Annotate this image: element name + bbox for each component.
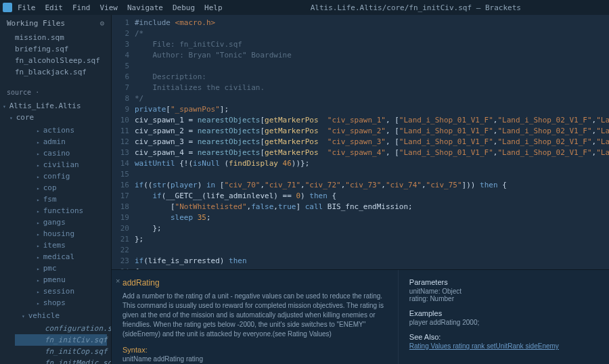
menu-edit[interactable]: Edit — [45, 3, 64, 12]
tree-folder[interactable]: housing — [15, 228, 107, 240]
doc-description: Add a number to the rating of a unit - n… — [122, 292, 387, 339]
line-gutter: 1234567891011121314151617181920212223242… — [112, 15, 135, 269]
tree-folder[interactable]: items — [15, 240, 107, 251]
code-content[interactable]: #include <macro.h>/* File: fn_initCiv.sq… — [135, 15, 609, 269]
tree-folder[interactable]: medical — [15, 251, 107, 263]
working-file[interactable]: briefing.sqf — [0, 43, 111, 55]
tree-file[interactable]: fn_initCiv.sqf — [15, 334, 107, 346]
params-label: Parameters — [409, 278, 598, 286]
tree-folder[interactable]: fsm — [15, 194, 107, 205]
app-icon — [3, 3, 12, 12]
menu-find[interactable]: Find — [72, 3, 91, 12]
titlebar: File Edit Find View Navigate Debug Help … — [0, 0, 609, 15]
tree-folder[interactable]: config — [15, 170, 107, 182]
tree-file[interactable]: configuration.sqf — [15, 323, 107, 334]
menu-file[interactable]: File — [18, 3, 36, 12]
doc-title: addRating — [122, 278, 387, 288]
param-row: unitName: Object rating: Number — [409, 288, 598, 302]
gear-icon[interactable]: ⚙ — [99, 19, 104, 28]
sidebar: Working Files ⚙ mission.sqmbriefing.sqff… — [0, 15, 112, 364]
tree-folder[interactable]: pmenu — [15, 274, 107, 286]
tree-folder[interactable]: gangs — [15, 217, 107, 228]
tree-folder[interactable]: civilian — [15, 159, 107, 170]
tree-folder[interactable]: admin — [15, 136, 107, 147]
tree-root[interactable]: Altis_Life.Altis — [0, 100, 111, 112]
working-file[interactable]: fn_alcoholSleep.sqf — [0, 55, 111, 66]
source-label: source · — [0, 85, 111, 100]
tree-folder[interactable]: functions — [15, 205, 107, 217]
examples-label: Examples — [409, 309, 598, 317]
seealso-links[interactable]: Rating Values rating rank setUnitRank si… — [409, 342, 598, 350]
tree-file[interactable]: fn_initMedic.sqf — [15, 357, 107, 364]
syntax-label: Syntax: — [122, 346, 387, 354]
window-title: Altis.Life.Altis/core/fn_initCiv.sqf — B… — [223, 3, 609, 12]
tree-core[interactable]: core — [0, 112, 111, 123]
tree-folder[interactable]: pmc — [15, 263, 107, 274]
tree-file[interactable]: fn_initCop.sqf — [15, 346, 107, 357]
menu-debug[interactable]: Debug — [173, 3, 195, 12]
tree-folder[interactable]: casino — [15, 147, 107, 159]
code-editor[interactable]: 1234567891011121314151617181920212223242… — [112, 15, 609, 269]
working-files-label: Working Files — [7, 19, 65, 28]
working-file[interactable]: mission.sqm — [0, 32, 111, 43]
working-file[interactable]: fn_blackjack.sqf — [0, 66, 111, 78]
syntax-line: unitName addRating rating — [122, 355, 387, 363]
tree-folder[interactable]: session — [15, 286, 107, 297]
doc-panel: × addRating Add a number to the rating o… — [112, 269, 609, 364]
tree-vehicle[interactable]: vehicle — [0, 310, 111, 321]
seealso-label: See Also: — [409, 333, 598, 341]
tree-folder[interactable]: cop — [15, 182, 107, 194]
tree-folder[interactable]: shops — [15, 297, 107, 309]
example-row: player addRating 2000; — [409, 319, 598, 326]
menu-view[interactable]: View — [100, 3, 118, 12]
menu-navigate[interactable]: Navigate — [127, 3, 163, 12]
tree-folder[interactable]: actions — [15, 124, 107, 136]
menu-help[interactable]: Help — [204, 3, 223, 12]
main-menu: File Edit Find View Navigate Debug Help — [15, 3, 223, 12]
close-icon[interactable]: × — [113, 277, 120, 285]
